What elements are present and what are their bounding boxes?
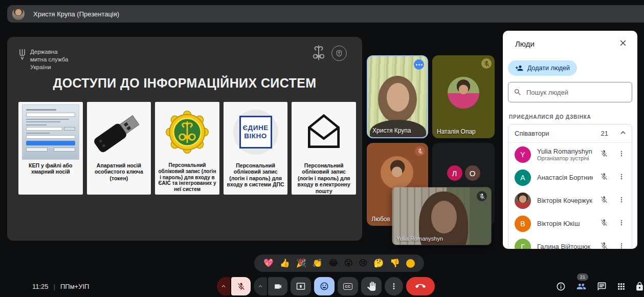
camera-button[interactable] (268, 277, 287, 295)
slide-card-email: Персональний обліковий запис (логін і па… (292, 102, 356, 195)
reaction-thumbs-down[interactable]: 👎 (390, 259, 400, 267)
mic-off-icon[interactable] (599, 242, 609, 249)
slide-org-block: Державна митна служба України (18, 48, 68, 71)
reaction-party[interactable]: 🎉 (296, 259, 306, 267)
camera-options-chevron[interactable] (254, 277, 267, 295)
camera-icon (274, 282, 282, 291)
people-icon (576, 282, 586, 291)
participant-row[interactable]: A Анастасія Бортник (508, 166, 632, 189)
participant-row[interactable]: Y Yulia Romanyshyn (Ви) Організатор зуст… (508, 143, 632, 166)
avatar: Y (515, 146, 531, 163)
participant-name: Вікторія Юкіш (537, 220, 593, 227)
lock-icon (635, 282, 644, 291)
avatar: В (515, 216, 531, 232)
slide-card-eais: Персональний обліковий запис (логін і па… (155, 102, 219, 195)
roster-section-label: Співавтори (515, 130, 601, 137)
call-controls: CC (217, 277, 435, 295)
avatar (381, 156, 413, 189)
reactions-bar: 💖 👍 🎉 👏 😂 😮 😢 🤔 👎 (254, 254, 424, 272)
participant-row[interactable]: Вікторія Кочержук (508, 189, 632, 212)
mic-off-icon[interactable] (599, 196, 609, 206)
more-options-icon[interactable] (616, 173, 627, 183)
reaction-thinking[interactable]: 🤔 (373, 259, 384, 267)
close-icon[interactable] (618, 38, 628, 49)
reaction-surprised[interactable]: 😮 (344, 259, 353, 267)
people-panel-title: Люди (515, 39, 535, 48)
people-search[interactable] (508, 82, 632, 102)
info-icon (556, 282, 566, 291)
slide-title: ДОСТУПИ ДО ІНФОРМАЦІЙНИХ СИСТЕМ (7, 76, 362, 91)
slide-card-kep: КЕП у файлі або хмарний носій (18, 102, 83, 195)
overflow-avatar-1: Л (447, 165, 462, 181)
people-search-input[interactable] (526, 89, 627, 96)
mic-off-icon (237, 282, 246, 291)
avatar (448, 77, 479, 109)
envelope-icon (302, 110, 346, 154)
chevron-up-icon (220, 283, 227, 290)
reaction-cry[interactable]: 😢 (359, 259, 368, 267)
captions-button[interactable]: CC (338, 277, 358, 295)
call-end-icon (415, 281, 426, 291)
mic-off-icon[interactable] (599, 150, 609, 160)
activities-button[interactable] (615, 282, 627, 293)
presenter-name: Христя Крупа (Презентація) (33, 10, 119, 18)
chevron-up-icon[interactable] (617, 128, 629, 139)
more-options-icon[interactable] (616, 219, 627, 229)
login-dialog-image (22, 104, 79, 160)
university-emblem-icon (331, 46, 347, 61)
more-options-icon[interactable] (616, 242, 627, 249)
chat-button[interactable] (596, 282, 607, 293)
single-window-logo: ЄДИНЕ ВІКНО (233, 110, 278, 155)
participant-name: Вікторія Кочержук (537, 197, 593, 204)
presenting-banner: Христя Крупа (Презентація) (7, 5, 644, 23)
meeting-code: ППм+УІП (60, 283, 89, 290)
joined-section-header: ПРИЄДНАЛИСЯ ДО ДЗВІНКА (509, 114, 591, 120)
people-button[interactable] (575, 282, 587, 293)
participant-name: Yulia Romanyshyn (Ви) (537, 147, 593, 155)
apps-grid-icon (616, 282, 626, 291)
tile-name: Наталія Опар (437, 128, 476, 135)
reaction-laugh[interactable]: 😂 (328, 259, 338, 267)
avatar: A (515, 169, 531, 186)
participant-row[interactable]: Г Галина Війтошюк (508, 235, 632, 249)
people-count-badge: 21 (577, 273, 588, 281)
mic-mute-button[interactable] (231, 277, 251, 295)
card-caption: Персональний обліковий запис (логін і па… (155, 162, 219, 193)
raise-hand-button[interactable] (361, 277, 382, 295)
mic-off-icon (415, 146, 425, 156)
video-tile-natalia[interactable]: Наталія Опар (432, 55, 495, 138)
reaction-clap[interactable]: 👏 (313, 259, 323, 267)
reactions-button[interactable] (314, 277, 335, 295)
more-options-button[interactable] (385, 277, 403, 295)
clock-time: 11:25 (32, 283, 49, 290)
chat-icon (597, 282, 607, 291)
reaction-heart[interactable]: 💖 (263, 259, 274, 267)
mic-options-chevron[interactable] (217, 277, 230, 295)
reaction-thumbs-up[interactable]: 👍 (280, 259, 290, 267)
more-options-icon[interactable] (616, 150, 627, 160)
cohosts-roster: Співавтори 21 Y Yulia Romanyshyn (Ви) Ор… (508, 124, 632, 249)
skin-tone-selector[interactable] (406, 259, 415, 268)
present-button[interactable] (291, 277, 311, 295)
self-name: Yulia Romanyshyn (396, 236, 443, 242)
self-view-pip[interactable]: Yulia Romanyshyn (392, 187, 491, 245)
info-button[interactable] (555, 282, 566, 293)
meeting-status: 11:25 | ППм+УІП (32, 283, 89, 290)
mic-off-icon[interactable] (599, 219, 609, 229)
more-options-icon[interactable] (616, 196, 627, 206)
card-caption: Апаратний носій особистого ключа (токен) (87, 162, 151, 181)
end-call-button[interactable] (406, 277, 435, 295)
mic-off-icon (481, 58, 492, 69)
roster-header[interactable]: Співавтори 21 (508, 124, 632, 143)
video-tile-khrystia[interactable]: Христя Крупа (367, 55, 428, 138)
captions-icon: CC (343, 283, 352, 290)
participant-row[interactable]: В Вікторія Юкіш (508, 212, 632, 235)
card-caption: КЕП у файлі або хмарний носій (18, 162, 83, 175)
slide-org-name: Державна митна служба України (30, 48, 68, 71)
customs-caduceus-icon (311, 44, 326, 62)
host-controls-button[interactable] (634, 282, 644, 293)
avatar (515, 193, 531, 209)
add-people-button[interactable]: Додати людей (508, 60, 577, 76)
person-add-icon (515, 64, 523, 72)
mic-off-icon[interactable] (599, 173, 609, 183)
